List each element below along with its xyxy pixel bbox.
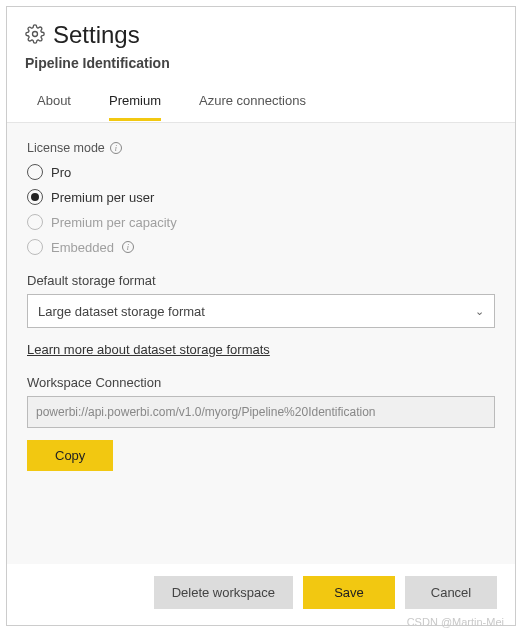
- radio-embedded: Embedded i: [27, 239, 495, 255]
- storage-format-label: Default storage format: [27, 273, 495, 288]
- svg-point-0: [33, 31, 38, 36]
- settings-dialog: Settings Pipeline Identification About P…: [6, 6, 516, 626]
- delete-workspace-button[interactable]: Delete workspace: [154, 576, 293, 609]
- info-icon[interactable]: i: [110, 142, 122, 154]
- workspace-connection-value: powerbi://api.powerbi.com/v1.0/myorg/Pip…: [36, 405, 376, 419]
- save-button[interactable]: Save: [303, 576, 395, 609]
- tab-premium[interactable]: Premium: [109, 93, 161, 121]
- tabs: About Premium Azure connections: [7, 79, 515, 122]
- radio-label: Premium per capacity: [51, 215, 177, 230]
- chevron-down-icon: ⌄: [475, 305, 484, 318]
- radio-icon: [27, 214, 43, 230]
- watermark: CSDN @Martin-Mei: [407, 616, 504, 628]
- workspace-connection-field[interactable]: powerbi://api.powerbi.com/v1.0/myorg/Pip…: [27, 396, 495, 428]
- learn-more-link[interactable]: Learn more about dataset storage formats: [27, 342, 270, 357]
- gear-icon: [25, 24, 45, 47]
- info-icon[interactable]: i: [122, 241, 134, 253]
- cancel-button[interactable]: Cancel: [405, 576, 497, 609]
- radio-premium-per-user[interactable]: Premium per user: [27, 189, 495, 205]
- tab-content: License mode i Pro Premium per user Prem…: [7, 122, 515, 564]
- workspace-name: Pipeline Identification: [25, 55, 497, 71]
- storage-format-select[interactable]: Large dataset storage format ⌄: [27, 294, 495, 328]
- radio-label: Embedded: [51, 240, 114, 255]
- tab-about[interactable]: About: [37, 93, 71, 121]
- radio-pro[interactable]: Pro: [27, 164, 495, 180]
- copy-button[interactable]: Copy: [27, 440, 113, 471]
- title-row: Settings: [25, 21, 497, 49]
- tab-azure-connections[interactable]: Azure connections: [199, 93, 306, 121]
- radio-label: Premium per user: [51, 190, 154, 205]
- radio-premium-per-capacity: Premium per capacity: [27, 214, 495, 230]
- radio-icon: [27, 239, 43, 255]
- page-title: Settings: [53, 21, 140, 49]
- radio-icon: [27, 164, 43, 180]
- workspace-connection-label: Workspace Connection: [27, 375, 495, 390]
- select-value: Large dataset storage format: [38, 304, 205, 319]
- radio-icon: [27, 189, 43, 205]
- license-mode-label-row: License mode i: [27, 141, 495, 155]
- radio-label: Pro: [51, 165, 71, 180]
- license-mode-group: Pro Premium per user Premium per capacit…: [27, 164, 495, 255]
- dialog-header: Settings Pipeline Identification: [7, 7, 515, 79]
- license-mode-label: License mode: [27, 141, 105, 155]
